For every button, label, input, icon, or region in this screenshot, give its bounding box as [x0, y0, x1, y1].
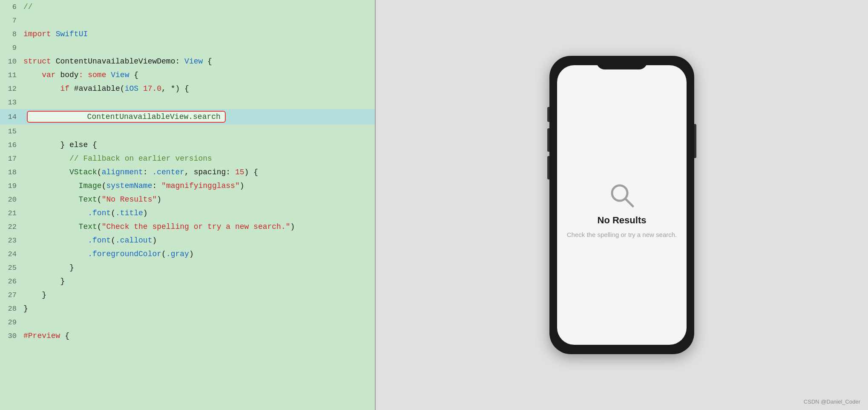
highlight-box: ContentUnavailableView.search	[27, 111, 226, 123]
line-number: 14	[0, 113, 23, 121]
line-content: VStack(alignment: .center, spacing: 15) …	[23, 166, 375, 178]
code-line-29: 29	[0, 315, 375, 329]
line-number: 24	[0, 250, 23, 258]
code-line-6: 6//	[0, 0, 375, 14]
line-number: 23	[0, 237, 23, 245]
code-line-22: 22 Text("Check the spelling or try a new…	[0, 220, 375, 234]
line-number: 8	[0, 30, 23, 38]
phone-button-volume-down	[547, 156, 549, 179]
line-content	[23, 130, 375, 133]
code-line-18: 18 VStack(alignment: .center, spacing: 1…	[0, 165, 375, 179]
phone-mockup: No Results Check the spelling or try a n…	[549, 56, 694, 354]
code-line-13: 13	[0, 95, 375, 109]
code-line-19: 19 Image(systemName: "magnifyingglass")	[0, 179, 375, 193]
line-content: }	[23, 289, 375, 301]
code-editor-panel: 6//78import SwiftUI910struct ContentUnav…	[0, 0, 375, 410]
code-line-21: 21 .font(.title)	[0, 206, 375, 220]
line-content: import SwiftUI	[23, 28, 375, 40]
line-number: 26	[0, 277, 23, 286]
line-number: 21	[0, 209, 23, 217]
code-line-24: 24 .foregroundColor(.gray)	[0, 247, 375, 261]
line-content: .foregroundColor(.gray)	[23, 248, 375, 260]
code-line-14: 14 ContentUnavailableView.search	[0, 109, 375, 124]
magnifying-glass-icon	[607, 181, 636, 210]
code-line-26: 26 }	[0, 274, 375, 288]
code-line-25: 25 }	[0, 261, 375, 274]
line-content: Text("No Results")	[23, 193, 375, 205]
code-line-9: 9	[0, 41, 375, 55]
line-content	[23, 19, 375, 22]
line-content: var body: some View {	[23, 69, 375, 81]
line-number: 28	[0, 305, 23, 313]
code-line-12: 12 if #available(iOS 17.0, *) {	[0, 82, 375, 95]
line-content: if #available(iOS 17.0, *) {	[23, 83, 375, 95]
code-lines: 6//78import SwiftUI910struct ContentUnav…	[0, 0, 375, 343]
line-number: 7	[0, 17, 23, 25]
code-line-17: 17 // Fallback on earlier versions	[0, 152, 375, 165]
phone-screen: No Results Check the spelling or try a n…	[557, 65, 687, 345]
phone-button-power	[694, 124, 696, 158]
line-number: 16	[0, 141, 23, 149]
line-number: 6	[0, 3, 23, 11]
line-number: 27	[0, 291, 23, 299]
phone-notch	[596, 56, 647, 69]
svg-line-1	[625, 199, 633, 206]
line-number: 12	[0, 85, 23, 93]
line-number: 19	[0, 182, 23, 190]
phone-button-volume-up	[547, 128, 549, 152]
line-content: //	[23, 1, 375, 13]
line-content: Image(systemName: "magnifyingglass")	[23, 180, 375, 192]
code-line-27: 27 }	[0, 288, 375, 302]
watermark-label: CSDN @Daniel_Coder	[804, 398, 860, 405]
line-number: 29	[0, 318, 23, 326]
no-results-title: No Results	[598, 215, 647, 226]
line-number: 17	[0, 155, 23, 163]
code-line-8: 8import SwiftUI	[0, 27, 375, 41]
line-content: } else {	[23, 139, 375, 151]
line-number: 9	[0, 44, 23, 52]
line-content: }	[23, 275, 375, 287]
line-number: 13	[0, 98, 23, 107]
line-number: 11	[0, 71, 23, 79]
code-line-30: 30#Preview {	[0, 329, 375, 343]
code-line-11: 11 var body: some View {	[0, 68, 375, 82]
code-line-16: 16 } else {	[0, 138, 375, 152]
line-content: // Fallback on earlier versions	[23, 153, 375, 165]
code-line-10: 10struct ContentUnavailableViewDemo: Vie…	[0, 55, 375, 68]
line-number: 18	[0, 168, 23, 176]
no-results-subtitle: Check the spelling or try a new search.	[567, 231, 677, 238]
line-number: 25	[0, 264, 23, 272]
line-content	[23, 320, 375, 324]
screen-content: No Results Check the spelling or try a n…	[558, 172, 685, 247]
line-content: }	[23, 303, 375, 315]
line-content: struct ContentUnavailableViewDemo: View …	[23, 55, 375, 67]
phone-button-mute	[547, 107, 549, 122]
line-content: .font(.callout)	[23, 234, 375, 246]
line-number: 30	[0, 332, 23, 340]
code-line-15: 15	[0, 124, 375, 138]
line-content	[23, 101, 375, 104]
code-line-28: 28}	[0, 302, 375, 315]
code-line-7: 7	[0, 14, 375, 27]
line-content	[23, 46, 375, 49]
line-number: 10	[0, 58, 23, 66]
line-content: .font(.title)	[23, 207, 375, 219]
line-content: ContentUnavailableView.search	[23, 109, 375, 124]
line-number: 20	[0, 196, 23, 204]
code-line-20: 20 Text("No Results")	[0, 193, 375, 206]
preview-panel: No Results Check the spelling or try a n…	[376, 0, 868, 410]
line-content: Text("Check the spelling or try a new se…	[23, 221, 375, 233]
code-line-23: 23 .font(.callout)	[0, 234, 375, 247]
line-content: #Preview {	[23, 330, 375, 342]
line-number: 22	[0, 223, 23, 231]
line-content: }	[23, 262, 375, 274]
line-number: 15	[0, 127, 23, 136]
